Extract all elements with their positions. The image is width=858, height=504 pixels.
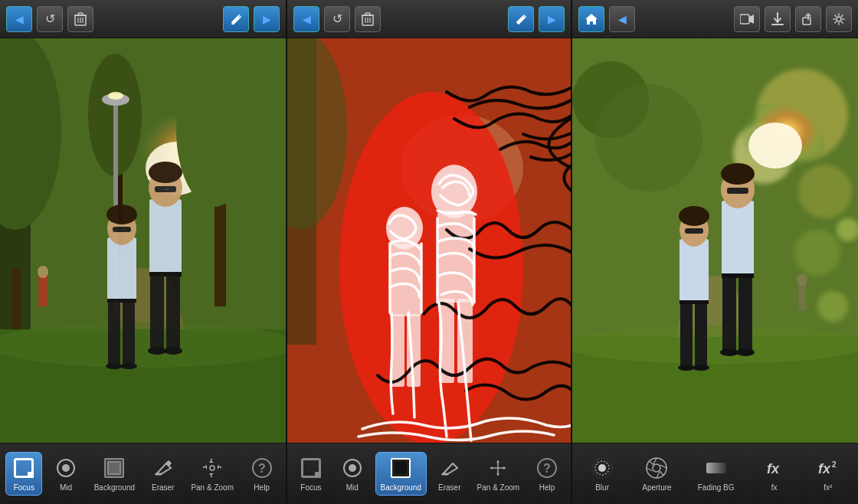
- svg-point-18: [0, 322, 286, 368]
- mid-tool-middle[interactable]: Mid: [334, 453, 371, 495]
- blur-tool[interactable]: Blur: [584, 453, 621, 495]
- svg-point-42: [38, 266, 48, 278]
- fading-bg-label: Fading BG: [698, 483, 735, 492]
- mid-label-left: Mid: [60, 483, 72, 492]
- left-undo-button[interactable]: ↺: [37, 6, 63, 32]
- svg-point-90: [817, 291, 848, 322]
- left-forward-button[interactable]: ▶: [254, 6, 280, 32]
- left-pencil-button[interactable]: [223, 6, 249, 32]
- eraser-tool-middle[interactable]: Eraser: [431, 453, 468, 495]
- right-panel: ◀: [572, 0, 858, 504]
- svg-point-87: [748, 123, 802, 169]
- background-tool-left[interactable]: Background: [90, 453, 139, 495]
- svg-point-70: [349, 464, 356, 472]
- svg-point-85: [794, 230, 840, 276]
- left-trash-button[interactable]: [67, 6, 93, 32]
- svg-rect-28: [166, 274, 180, 351]
- blur-icon: [590, 456, 614, 480]
- middle-undo-button[interactable]: ↺: [324, 6, 350, 32]
- help-tool-middle[interactable]: ? Help: [529, 453, 565, 495]
- pan-zoom-tool-left[interactable]: Pan & Zoom: [186, 453, 238, 495]
- background-label-left: Background: [94, 483, 135, 492]
- background-label-middle: Background: [381, 483, 421, 492]
- svg-point-112: [598, 464, 606, 472]
- svg-point-14: [176, 54, 253, 207]
- focus-tool-middle[interactable]: Focus: [293, 453, 329, 495]
- middle-forward-button[interactable]: ▶: [539, 6, 565, 32]
- svg-rect-22: [149, 199, 182, 276]
- right-photo-scene: [572, 38, 858, 443]
- eraser-label-left: Eraser: [152, 483, 174, 492]
- mid-tool-left[interactable]: Mid: [47, 453, 84, 495]
- svg-rect-105: [680, 303, 693, 368]
- help-label-left: Help: [254, 483, 270, 492]
- svg-rect-75: [740, 15, 749, 24]
- focus-label-left: Focus: [14, 483, 34, 492]
- svg-rect-31: [149, 272, 182, 277]
- fading-bg-icon: [704, 456, 729, 480]
- eraser-tool-left[interactable]: Eraser: [145, 453, 182, 495]
- svg-rect-36: [108, 301, 120, 366]
- background-icon-left: [102, 456, 126, 480]
- svg-rect-100: [722, 273, 754, 278]
- svg-point-24: [149, 162, 182, 183]
- help-tool-left[interactable]: ? Help: [244, 453, 280, 495]
- middle-back-button[interactable]: ◀: [293, 6, 319, 32]
- pan-zoom-label-middle: Pan & Zoom: [477, 483, 520, 492]
- focus-label-middle: Focus: [300, 483, 321, 492]
- fx-tool[interactable]: fx fx: [756, 453, 793, 495]
- fx2-tool[interactable]: fx 2 fx²: [810, 453, 847, 495]
- right-share-button[interactable]: [795, 6, 821, 32]
- svg-rect-41: [38, 276, 47, 306]
- help-label-middle: Help: [539, 483, 555, 492]
- svg-rect-95: [727, 188, 748, 194]
- svg-point-46: [210, 466, 215, 470]
- fx2-icon: fx 2: [816, 456, 840, 480]
- right-back-button[interactable]: ◀: [609, 6, 635, 32]
- aperture-tool[interactable]: Aperture: [637, 453, 676, 495]
- mid-icon-middle: [340, 456, 365, 480]
- svg-rect-97: [738, 276, 752, 352]
- svg-point-78: [837, 17, 841, 21]
- svg-point-44: [62, 464, 70, 472]
- middle-pencil-button[interactable]: [508, 6, 534, 32]
- svg-line-121: [649, 460, 653, 465]
- svg-rect-32: [107, 237, 136, 303]
- right-gear-button[interactable]: [826, 6, 852, 32]
- svg-rect-45: [165, 460, 171, 466]
- middle-toolbar-top: ◀ ↺ ▶: [287, 0, 571, 38]
- fading-bg-tool[interactable]: Fading BG: [693, 453, 739, 495]
- middle-trash-button[interactable]: [355, 6, 381, 32]
- middle-toolbar-bottom: Focus Mid Background: [287, 443, 571, 504]
- pan-zoom-tool-middle[interactable]: Pan & Zoom: [473, 453, 525, 495]
- focus-tool-left[interactable]: Focus: [5, 452, 42, 496]
- help-icon-middle: ?: [535, 456, 559, 480]
- svg-point-103: [679, 206, 709, 226]
- right-download-button[interactable]: [765, 6, 791, 32]
- right-toolbar-bottom: Blur Aperture: [572, 443, 858, 504]
- svg-rect-77: [803, 18, 811, 25]
- svg-rect-37: [123, 301, 135, 366]
- svg-text:?: ?: [258, 462, 266, 475]
- svg-rect-40: [107, 299, 136, 303]
- aperture-icon: [644, 456, 669, 480]
- left-toolbar-top: ◀ ↺ ▶: [0, 0, 286, 38]
- pan-zoom-icon-left: [200, 456, 224, 480]
- middle-panel: ◀ ↺ ▶: [286, 0, 572, 504]
- svg-point-108: [693, 365, 709, 371]
- svg-rect-110: [798, 283, 806, 310]
- svg-point-29: [148, 347, 166, 355]
- svg-rect-106: [695, 303, 707, 368]
- right-video-button[interactable]: [734, 6, 760, 32]
- right-home-button[interactable]: [578, 6, 604, 32]
- svg-rect-123: [706, 463, 726, 473]
- svg-point-21: [108, 92, 123, 100]
- pan-zoom-icon-middle: [486, 456, 510, 480]
- background-tool-middle[interactable]: Background: [375, 452, 427, 496]
- fx-icon: fx: [762, 456, 787, 480]
- left-back-button[interactable]: ◀: [6, 6, 32, 32]
- svg-rect-35: [113, 227, 131, 232]
- eraser-icon-middle: [437, 456, 462, 480]
- fx-label: fx: [771, 483, 778, 492]
- svg-text:?: ?: [543, 462, 551, 475]
